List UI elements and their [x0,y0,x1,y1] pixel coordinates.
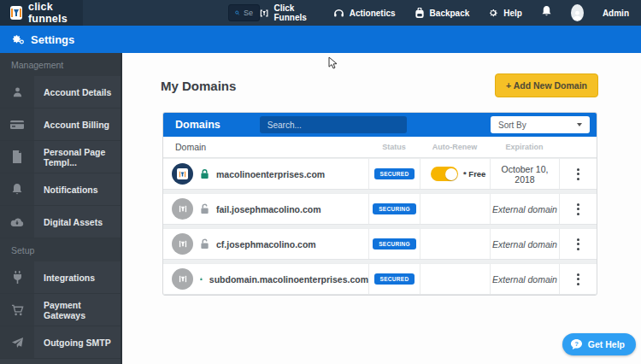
lock-icon [200,168,209,179]
section-label-management: Management [0,53,121,76]
column-expiration: Expiration [490,143,559,151]
nav-item-clickfunnels[interactable]: Click Funnels [260,3,314,22]
column-auto-renew: Auto-Renew [420,143,490,151]
get-help-label: Get Help [588,339,625,349]
sidebar-item-account-billing[interactable]: Account Billing [0,109,121,141]
sidebar-item-notifications[interactable]: Notifications [0,173,121,206]
sidebar-item-account-details[interactable]: Account Details [0,76,121,109]
gear-icon [488,8,498,18]
main-content: My Domains + Add New Domain Domains Sort… [124,53,641,364]
sort-by-dropdown[interactable]: Sort By [491,116,590,133]
clickfunnels-logo[interactable]: click funnels [0,0,83,26]
settings-sidebar: Management Account Details Account Billi… [0,53,122,364]
cloud-download-icon [0,206,34,238]
chat-question-icon: ? [570,338,583,350]
sidebar-item-personal-page-templates[interactable]: Personal Page Templ... [0,141,121,173]
nav-item-label: Click Funnels [273,3,314,22]
admin-menu[interactable]: Admin [603,9,629,18]
status-badge: SECURING [373,203,416,214]
search-icon [235,9,239,17]
chevron-down-icon [577,123,582,126]
cart-icon [0,294,34,326]
table-column-headers: Domain Status Auto-Renew Expiration [163,137,597,158]
domain-funnel-icon [172,268,193,290]
table-row: fail.josephmacolino.com SECURING Externa… [163,193,597,225]
status-badge: SECURED [374,273,415,285]
search-input[interactable] [244,9,253,17]
user-avatar[interactable] [571,4,584,21]
lock-icon [200,273,203,285]
domains-panel: Domains Sort By Domain Status Auto-Renew… [162,112,597,296]
status-badge: SECURED [374,168,415,179]
unlock-icon [200,203,209,214]
settings-title: Settings [31,33,74,46]
nav-item-backpack[interactable]: Backpack [415,8,470,19]
domains-panel-header: Domains Sort By [163,113,597,137]
domains-search-input[interactable] [260,116,407,133]
table-row: subdomain.macolinoenterprises.com SECURE… [163,263,597,295]
column-status: Status [368,143,420,151]
domain-funnel-icon [172,163,193,185]
funnel-box-icon [260,9,268,18]
sidebar-item-outgoing-smtp[interactable]: Outgoing SMTP [0,326,121,359]
plug-icon [0,261,34,293]
brand-name: click funnels [28,1,73,25]
expiration-date: External domain [490,229,559,259]
status-badge: SECURING [373,238,416,250]
nav-item-label: Help [503,9,522,18]
domain-name[interactable]: cf.josephmacolino.com [216,239,316,250]
sort-by-label: Sort By [498,120,526,130]
add-new-domain-button[interactable]: + Add New Domain [495,73,598,97]
settings-header-bar: Settings [0,26,641,53]
page-title: My Domains [161,79,236,93]
top-navbar: click funnels Click Funnels Actionetics … [0,0,641,26]
column-domain: Domain [163,142,368,152]
nav-item-label: Actionetics [350,9,396,18]
expiration-date: External domain [490,264,559,294]
row-menu-kebab-icon[interactable] [560,203,597,215]
send-icon [0,326,34,358]
get-help-button[interactable]: ? Get Help [562,333,636,355]
sidebar-item-digital-assets[interactable]: Digital Assets [0,206,121,238]
auto-renew-toggle[interactable] [431,167,458,181]
row-menu-kebab-icon[interactable] [560,238,597,250]
domain-name[interactable]: macolinoenterprises.com [216,169,325,179]
funnel-logo-icon [10,6,22,20]
user-icon [0,76,34,108]
sidebar-item-payment-gateways[interactable]: Payment Gateways [0,294,121,326]
section-label-setup: Setup [0,238,121,261]
nav-item-help[interactable]: Help [488,8,522,18]
panel-title: Domains [175,119,221,131]
headset-icon [333,8,344,19]
domain-name[interactable]: subdomain.macolinoenterprises.com [209,274,368,285]
sidebar-item-integrations[interactable]: Integrations [0,261,121,294]
table-row: macolinoenterprises.com SECURED * Free O… [163,158,597,190]
credit-card-icon [0,109,34,140]
expiration-date: October 10, 2018 [490,159,559,189]
bell-icon [0,173,34,205]
notifications-bell-icon[interactable] [541,5,552,21]
domain-name[interactable]: fail.josephmacolino.com [216,204,321,214]
row-menu-kebab-icon[interactable] [560,273,597,285]
row-menu-kebab-icon[interactable] [560,168,597,180]
backpack-icon [415,8,425,19]
domain-funnel-icon [172,233,193,255]
table-row: cf.josephmacolino.com SECURING External … [163,228,597,260]
domain-funnel-icon [172,198,193,220]
auto-renew-label: * Free [463,169,485,179]
contacts-search[interactable] [228,4,260,21]
expiration-date: External domain [490,194,559,224]
nav-item-label: Backpack [430,9,470,18]
gears-icon [11,33,25,45]
svg-text:?: ? [574,340,579,348]
nav-item-actionetics[interactable]: Actionetics [333,8,396,19]
unlock-icon [200,238,209,250]
document-icon [0,141,34,173]
